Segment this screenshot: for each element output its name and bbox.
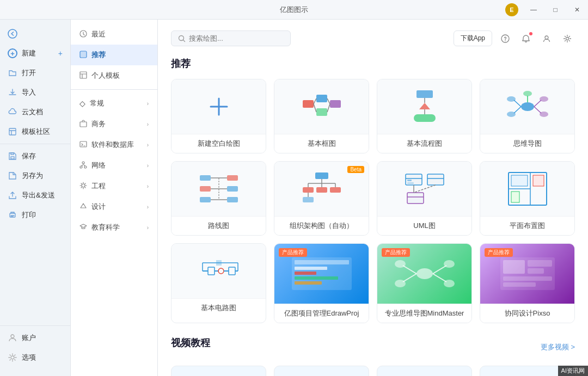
new-plus-icon: + xyxy=(8,48,17,58)
sidebar-item-template[interactable]: 模板社区 xyxy=(0,122,70,141)
template-card-mindmap[interactable]: 思维导图 xyxy=(480,79,575,153)
nav-item-personal[interactable]: 个人模板 xyxy=(71,65,157,86)
svg-point-13 xyxy=(82,162,84,164)
template-card-mindmap-label: 思维导图 xyxy=(480,134,574,153)
nav-item-engineering[interactable]: 工程 › xyxy=(71,176,157,196)
template-card-floor[interactable]: 平面布置图 xyxy=(480,161,575,236)
search-input[interactable] xyxy=(189,34,284,42)
more-videos-link[interactable]: 更多视频 > xyxy=(541,342,575,352)
settings-button[interactable] xyxy=(560,31,575,46)
sidebar-item-print[interactable]: 打印 xyxy=(0,205,70,225)
nav-item-education[interactable]: 教育科学 › xyxy=(71,217,157,238)
svg-marker-34 xyxy=(419,103,430,109)
svg-line-42 xyxy=(534,100,541,107)
nav-item-recent[interactable]: 最近 xyxy=(71,24,157,45)
svg-point-43 xyxy=(540,96,548,102)
svg-point-105 xyxy=(395,260,406,268)
back-button[interactable] xyxy=(0,24,70,44)
svg-rect-32 xyxy=(416,90,433,98)
nav-item-network[interactable]: 网络 › xyxy=(71,155,157,176)
close-button[interactable]: ✕ xyxy=(566,0,588,20)
sidebar-account-label: 账户 xyxy=(22,333,36,343)
search-box[interactable] xyxy=(171,30,291,46)
svg-line-79 xyxy=(414,185,436,193)
svg-line-108 xyxy=(433,266,446,274)
cloud-icon xyxy=(8,107,17,117)
sidebar-item-export[interactable]: 导出&发送 xyxy=(0,186,70,205)
app-title: 亿图图示 xyxy=(280,5,308,15)
svg-rect-76 xyxy=(407,193,424,204)
template-card-blank[interactable]: 新建空白绘图 xyxy=(171,79,266,153)
avatar[interactable]: E xyxy=(505,3,518,16)
maximize-button[interactable]: □ xyxy=(544,0,566,20)
network-chevron-icon: › xyxy=(147,163,149,169)
back-icon xyxy=(8,29,17,39)
svg-rect-26 xyxy=(316,108,327,116)
sidebar-item-options[interactable]: 选项 xyxy=(0,348,70,367)
svg-rect-99 xyxy=(295,267,327,270)
video-grid xyxy=(171,366,575,376)
sidebar-item-account[interactable]: 账户 xyxy=(0,328,70,348)
download-app-button[interactable]: 下载App xyxy=(454,30,492,46)
template-card-circuit[interactable]: 基本电路图 xyxy=(171,243,266,323)
video-card-3[interactable] xyxy=(377,366,472,376)
user-button[interactable] xyxy=(539,31,554,46)
business-icon xyxy=(79,120,87,129)
import-icon xyxy=(8,88,17,97)
svg-rect-113 xyxy=(503,260,525,274)
svg-rect-59 xyxy=(315,172,328,179)
template-card-org[interactable]: Beta 组织架构 xyxy=(274,161,369,236)
sidebar-import-label: 导入 xyxy=(22,88,36,97)
sidebar-item-cloud[interactable]: 云文档 xyxy=(0,102,70,122)
svg-line-104 xyxy=(403,266,416,274)
nav-general-label: 常规 xyxy=(90,98,104,108)
nav-panel: 最近 推荐 xyxy=(71,20,158,376)
template-card-pixso[interactable]: 产品推荐 协同设计Pixso xyxy=(480,243,575,323)
template-card-mindmaster-label: 专业思维导图MindMaster xyxy=(377,304,471,323)
notification-badge xyxy=(529,32,532,35)
svg-rect-51 xyxy=(227,175,238,181)
nav-recent-label: 最近 xyxy=(91,29,106,39)
sidebar-item-import[interactable]: 导入 xyxy=(0,83,70,102)
minimize-button[interactable]: — xyxy=(523,0,544,20)
nav-item-recommend[interactable]: 推荐 xyxy=(71,45,157,65)
video-card-2[interactable] xyxy=(274,366,369,376)
sidebar-item-new[interactable]: + 新建 + xyxy=(0,44,70,63)
svg-point-5 xyxy=(11,335,14,338)
svg-line-30 xyxy=(327,98,330,104)
sidebar-item-saveas[interactable]: 另存为 xyxy=(0,166,70,186)
template-card-mindmaster[interactable]: 产品推荐 专业思维导图MindMaster xyxy=(377,243,472,323)
engineering-chevron-icon: › xyxy=(147,183,149,189)
template-card-flowchart[interactable]: 基本流程图 xyxy=(377,79,472,153)
video-card-1[interactable] xyxy=(171,366,266,376)
svg-rect-85 xyxy=(511,192,519,202)
template-card-edrawproj[interactable]: 产品推荐 亿图项目管理EdrawProj xyxy=(274,243,369,323)
top-actions: 下载App xyxy=(454,30,575,46)
nav-divider xyxy=(71,89,157,90)
svg-rect-11 xyxy=(80,122,87,127)
template-card-uml-label: UML图 xyxy=(377,216,471,235)
nav-recommend-label: 推荐 xyxy=(91,50,106,60)
print-icon xyxy=(8,210,17,220)
nav-item-business[interactable]: 商务 › xyxy=(71,114,157,134)
help-icon xyxy=(501,34,510,43)
nav-item-general[interactable]: ◇ 常规 › xyxy=(71,93,157,114)
template-card-basic-frame[interactable]: 基本框图 xyxy=(274,79,369,153)
nav-personal-label: 个人模板 xyxy=(91,71,120,81)
sidebar-item-save[interactable]: 保存 xyxy=(0,146,70,166)
content-topbar: 下载App xyxy=(171,30,575,46)
svg-point-107 xyxy=(395,280,406,287)
svg-rect-1 xyxy=(9,128,16,135)
nav-item-design[interactable]: 设计 › xyxy=(71,196,157,217)
recommend-section-title: 推荐 xyxy=(171,57,575,70)
notification-button[interactable] xyxy=(518,31,534,46)
design-icon xyxy=(79,202,87,212)
nav-item-software[interactable]: 软件和数据库 › xyxy=(71,134,157,155)
help-button[interactable] xyxy=(498,31,513,46)
template-card-uml[interactable]: UML图 xyxy=(377,161,472,236)
svg-rect-73 xyxy=(407,182,414,184)
template-card-route[interactable]: 路线图 xyxy=(171,161,266,236)
sidebar-item-open[interactable]: 打开 xyxy=(0,63,70,83)
beta-badge: Beta xyxy=(347,166,364,173)
svg-line-31 xyxy=(327,104,330,112)
